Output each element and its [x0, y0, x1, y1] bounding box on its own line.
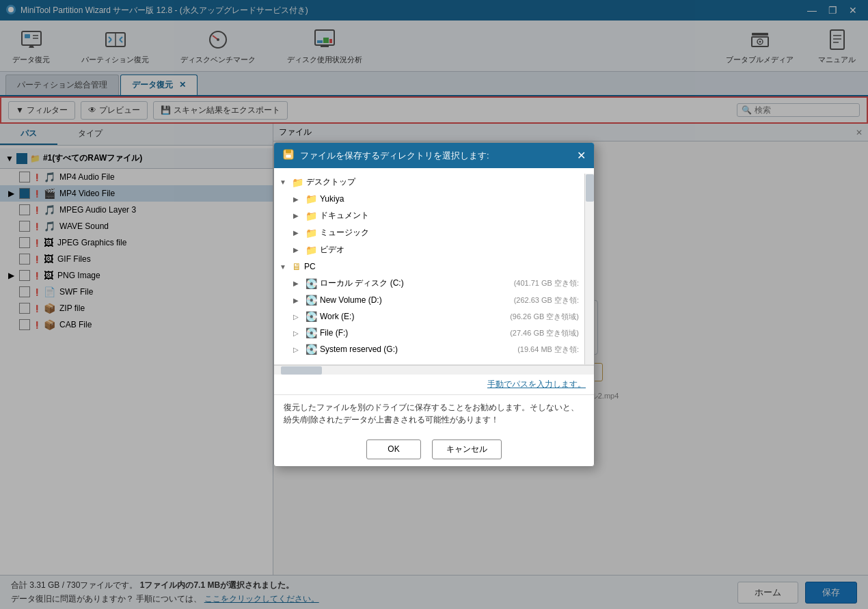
- modal-title-bar: ファイルを保存するディレクトリを選択します: ✕: [274, 143, 594, 168]
- folder-label-desktop: デスクトップ: [306, 176, 355, 188]
- folder-size-drive-d: (262.63 GB 空き領:: [514, 295, 579, 306]
- folder-icon-drive-c: 💽: [306, 278, 317, 289]
- folder-expand-pc[interactable]: ▼: [280, 263, 289, 271]
- modal-title-text: ファイルを保存するディレクトリを選択します:: [300, 150, 489, 162]
- modal-ok-button[interactable]: OK: [366, 439, 420, 459]
- folder-label-music: ミュージック: [320, 227, 369, 239]
- folder-expand-drive-f[interactable]: ▷: [293, 329, 303, 337]
- folder-icon-drive-d: 💽: [306, 295, 317, 306]
- folder-icon-desktop: 📁: [292, 177, 303, 188]
- folder-expand-drive-e[interactable]: ▷: [293, 313, 303, 321]
- manual-link-container: 手動でパスを入力します。: [274, 375, 594, 394]
- folder-label-drive-d: New Volume (D:): [320, 295, 382, 305]
- modal-close-button[interactable]: ✕: [577, 149, 586, 162]
- folder-item-drive-d[interactable]: ▶ 💽 New Volume (D:) (262.63 GB 空き領:: [274, 292, 584, 308]
- folder-label-drive-c: ローカル ディスク (C:): [320, 278, 404, 289]
- folder-size-drive-e: (96.26 GB 空き領域): [510, 312, 579, 322]
- vertical-scrollbar[interactable]: [584, 174, 594, 364]
- folder-icon-yukiya: 📁: [306, 193, 317, 204]
- folder-label-yukiya: Yukiya: [320, 194, 344, 204]
- folder-item-yukiya[interactable]: ▶ 📁 Yukiya: [274, 191, 584, 207]
- folder-icon-drive-g: 💽: [306, 344, 317, 355]
- folder-icon-pc: 🖥: [292, 261, 301, 272]
- folder-icon-drive-f: 💽: [306, 327, 317, 338]
- folder-tree-container: ▼ 📁 デスクトップ ▶ 📁 Yukiya ▶ 📁 ドキュメント: [274, 174, 594, 365]
- folder-item-drive-c[interactable]: ▶ 💽 ローカル ディスク (C:) (401.71 GB 空き領:: [274, 275, 584, 292]
- modal-warning: 復元したファイルを別のドライブに保存することをお勧めします。そしないと、紛失/削…: [274, 394, 594, 433]
- folder-item-drive-f[interactable]: ▷ 💽 File (F:) (27.46 GB 空き領域): [274, 325, 584, 341]
- folder-item-video[interactable]: ▶ 📁 ビデオ: [274, 241, 584, 258]
- modal-footer: OK キャンセル: [274, 433, 594, 466]
- warning-text: 復元したファイルを別のドライブに保存することをお勧めします。そしないと、紛失/削…: [284, 403, 579, 423]
- folder-size-drive-g: (19.64 MB 空き領:: [517, 344, 579, 355]
- folder-item-documents[interactable]: ▶ 📁 ドキュメント: [274, 207, 584, 224]
- save-directory-modal: ファイルを保存するディレクトリを選択します: ✕ ▼ 📁 デスクトップ ▶ 📁 …: [273, 142, 595, 467]
- folder-item-drive-g[interactable]: ▷ 💽 System reserved (G:) (19.64 MB 空き領:: [274, 341, 584, 357]
- folder-expand-music[interactable]: ▶: [293, 229, 303, 236]
- modal-overlay: ファイルを保存するディレクトリを選択します: ✕ ▼ 📁 デスクトップ ▶ 📁 …: [0, 0, 868, 609]
- folder-size-drive-f: (27.46 GB 空き領域): [510, 328, 579, 338]
- manual-path-link[interactable]: 手動でパスを入力します。: [487, 379, 586, 389]
- folder-icon-music: 📁: [306, 228, 317, 239]
- folder-item-desktop[interactable]: ▼ 📁 デスクトップ: [274, 174, 584, 191]
- folder-expand-drive-g[interactable]: ▷: [293, 346, 303, 353]
- folder-item-pc[interactable]: ▼ 🖥 PC: [274, 258, 584, 275]
- folder-expand-documents[interactable]: ▶: [293, 212, 303, 219]
- folder-item-music[interactable]: ▶ 📁 ミュージック: [274, 224, 584, 241]
- folder-label-video: ビデオ: [320, 244, 344, 256]
- modal-title-icon: [282, 148, 295, 163]
- folder-expand-drive-d[interactable]: ▶: [293, 297, 303, 304]
- horizontal-scrollbar[interactable]: [274, 365, 594, 375]
- svg-rect-30: [286, 154, 291, 158]
- folder-icon-drive-e: 💽: [306, 311, 317, 322]
- folder-expand-yukiya[interactable]: ▶: [293, 195, 303, 203]
- hscroll-thumb[interactable]: [281, 366, 322, 375]
- folder-label-documents: ドキュメント: [320, 210, 369, 221]
- folder-expand-desktop[interactable]: ▼: [280, 178, 289, 186]
- folder-label-drive-e: Work (E:): [320, 312, 354, 321]
- folder-expand-video[interactable]: ▶: [293, 246, 303, 254]
- modal-body: ▼ 📁 デスクトップ ▶ 📁 Yukiya ▶ 📁 ドキュメント: [274, 168, 594, 466]
- svg-rect-29: [286, 150, 291, 153]
- folder-label-pc: PC: [304, 262, 316, 271]
- folder-size-drive-c: (401.71 GB 空き領:: [514, 278, 579, 288]
- folder-icon-documents: 📁: [306, 211, 317, 221]
- folder-item-drive-e[interactable]: ▷ 💽 Work (E:) (96.26 GB 空き領域): [274, 308, 584, 325]
- folder-label-drive-g: System reserved (G:): [320, 344, 398, 354]
- folder-tree: ▼ 📁 デスクトップ ▶ 📁 Yukiya ▶ 📁 ドキュメント: [274, 174, 584, 364]
- modal-cancel-button[interactable]: キャンセル: [432, 439, 502, 459]
- scrollbar-thumb[interactable]: [586, 174, 594, 202]
- folder-icon-video: 📁: [306, 245, 317, 256]
- folder-label-drive-f: File (F:): [320, 328, 348, 338]
- folder-expand-drive-c[interactable]: ▶: [293, 280, 303, 287]
